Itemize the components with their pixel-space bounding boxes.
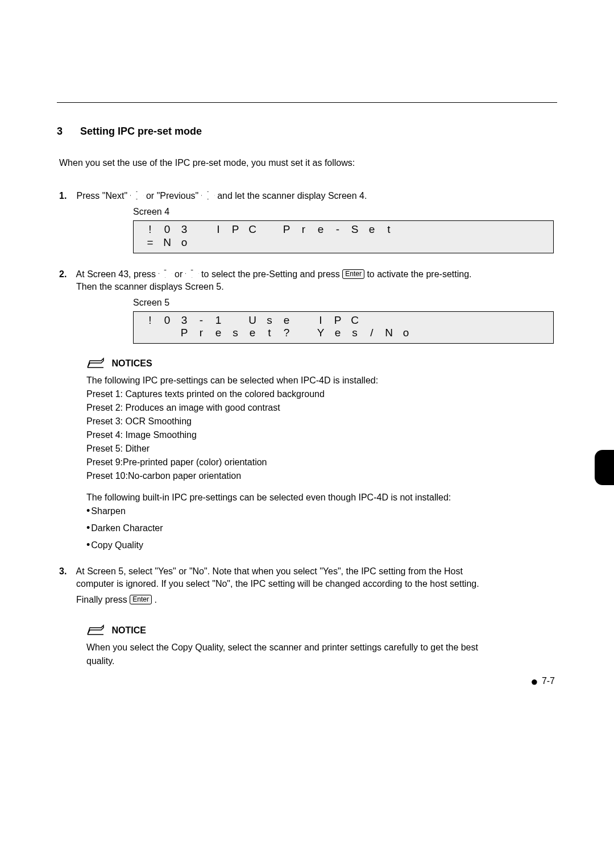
- lcd-cell: [346, 236, 363, 249]
- notices-line: Preset 3: OCR Smoothing: [86, 416, 557, 427]
- side-tab-marker: [595, 450, 614, 485]
- diamond-icon: [185, 270, 199, 278]
- step-3: 3. At Screen 5, select "Yes" or "No". No…: [59, 566, 557, 666]
- page-number: 7-7: [542, 676, 555, 686]
- bullet-item: Sharpen: [86, 506, 557, 516]
- step-1-mid: or "Previous": [146, 191, 201, 201]
- lcd-cell: e: [244, 327, 261, 340]
- lcd-cell: =: [142, 236, 159, 249]
- lcd-cell: r: [295, 223, 312, 236]
- lcd-cell: C: [244, 223, 261, 236]
- lcd-cell: N: [159, 236, 176, 249]
- lcd-cell: s: [227, 327, 244, 340]
- lcd-cell: -: [329, 223, 346, 236]
- lcd-cell: [414, 327, 432, 340]
- step-2-mid: or: [175, 269, 185, 279]
- step-3-text2: computer is ignored. If you select "No",…: [76, 579, 557, 589]
- lcd-cell: [295, 314, 312, 327]
- lcd-cell: S: [346, 223, 363, 236]
- lcd-cell: o: [397, 327, 414, 340]
- lcd-row: !03-1UseIPC: [142, 314, 545, 327]
- lcd-cell: e: [278, 314, 295, 327]
- lcd-cell: [227, 236, 244, 249]
- lcd-cell: [312, 236, 329, 249]
- enter-key-icon: Enter: [342, 269, 364, 279]
- lcd-cell: N: [380, 327, 397, 340]
- lcd-cell: I: [312, 314, 329, 327]
- diamond-icon: [159, 270, 172, 278]
- lcd-cell: !: [142, 223, 159, 236]
- step-2-line2: Then the scanner displays Screen 5.: [76, 282, 557, 292]
- pencil-icon: [86, 624, 106, 638]
- notices-line: Preset 9:Pre-printed paper (color) orien…: [86, 457, 557, 468]
- lcd-cell: P: [227, 223, 244, 236]
- lcd-row: !03IPCPre-Set: [142, 223, 545, 236]
- lcd-cell: P: [329, 314, 346, 327]
- step-3-finally-post: .: [154, 595, 156, 604]
- step-1: 1. Press "Next" or "Previous" and let th…: [59, 191, 557, 253]
- lcd-cell: 3: [176, 314, 193, 327]
- notices-line: Preset 1: Captures texts printed on the …: [86, 389, 557, 399]
- lcd-cell: /: [363, 327, 380, 340]
- section-number: 3: [57, 126, 77, 137]
- notices-line: The following IPC pre-settings can be se…: [86, 375, 557, 386]
- lcd-cell: [210, 236, 227, 249]
- lcd-cell: [261, 223, 278, 236]
- screen-4-panel: !03IPCPre-Set =No: [133, 220, 554, 253]
- lcd-cell: Y: [312, 327, 329, 340]
- notices-heading: NOTICES: [86, 357, 557, 371]
- notice2-line: quality.: [86, 656, 557, 666]
- screen-4-label: Screen 4: [133, 207, 557, 217]
- lcd-cell: [227, 314, 244, 327]
- notices-title: NOTICES: [111, 358, 152, 368]
- pencil-icon: [86, 357, 106, 371]
- notices-line: Preset 2: Produces an image with good co…: [86, 403, 557, 413]
- step-1-pre: Press "Next": [76, 191, 130, 201]
- screen-5-label: Screen 5: [133, 298, 557, 308]
- notice2-title: NOTICE: [111, 625, 146, 635]
- notices-line: The following built-in IPC pre-settings …: [86, 493, 557, 503]
- notices-line: Preset 5: Dither: [86, 444, 557, 454]
- screen-5-panel: !03-1UseIPC Preset?Yes/No: [133, 311, 554, 344]
- lcd-cell: [193, 223, 210, 236]
- lcd-cell: [295, 236, 312, 249]
- lcd-cell: 0: [159, 223, 176, 236]
- section-heading: 3 Setting IPC pre-set mode: [57, 126, 557, 137]
- lcd-cell: [414, 314, 432, 327]
- step-3-text1: At Screen 5, select "Yes" or "No". Note …: [76, 566, 463, 576]
- lcd-cell: e: [329, 327, 346, 340]
- lcd-cell: t: [261, 327, 278, 340]
- step-1-post: and let the scanner display Screen 4.: [217, 191, 367, 201]
- step-2-post: to activate the pre-setting.: [367, 269, 471, 279]
- lcd-cell: !: [142, 314, 159, 327]
- lcd-cell: [397, 314, 414, 327]
- notices-line: Preset 10:No-carbon paper orientation: [86, 471, 557, 481]
- lcd-cell: [278, 236, 295, 249]
- lcd-cell: [363, 314, 380, 327]
- section-title: Setting IPC pre-set mode: [80, 126, 202, 137]
- lcd-cell: t: [380, 223, 397, 236]
- lcd-cell: -: [193, 314, 210, 327]
- lcd-cell: o: [176, 236, 193, 249]
- lcd-cell: [329, 236, 346, 249]
- header-rule: [57, 102, 557, 103]
- lcd-cell: [159, 327, 176, 340]
- lcd-row: =No: [142, 236, 545, 249]
- lcd-cell: r: [193, 327, 210, 340]
- page-footer: ● 7-7: [530, 674, 555, 689]
- lcd-row: Preset?Yes/No: [142, 327, 545, 340]
- step-3-finally-pre: Finally press: [76, 595, 130, 604]
- lcd-cell: s: [261, 314, 278, 327]
- lcd-cell: U: [244, 314, 261, 327]
- step-number: 3.: [59, 566, 74, 577]
- lcd-cell: [380, 314, 397, 327]
- lcd-cell: 1: [210, 314, 227, 327]
- step-2-after: to select the pre-Setting and press: [201, 269, 342, 279]
- lcd-cell: [244, 236, 261, 249]
- lcd-cell: [380, 236, 397, 249]
- lcd-cell: P: [176, 327, 193, 340]
- step-number: 1.: [59, 191, 74, 201]
- lcd-cell: [363, 236, 380, 249]
- lcd-cell: [295, 327, 312, 340]
- lcd-cell: ?: [278, 327, 295, 340]
